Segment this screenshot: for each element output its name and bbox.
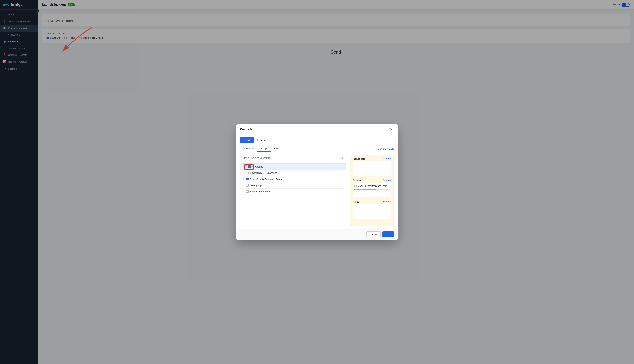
group-name-emergency: Emergency CL Response [250,172,277,174]
rules-remove-link[interactable]: Remove [383,200,391,203]
group-name-safety: Safety Department [250,190,270,193]
search-bar: 🔍 [240,155,346,161]
right-group-item-mack: Mack County Response Team [354,184,390,188]
group-checkbox-safety[interactable] [246,190,249,193]
right-individuals-section: Individuals Remove [353,158,391,176]
all-groups-checkbox[interactable] [248,165,251,168]
group-list-header: ⠿ All Groups [240,164,346,170]
modal-sub-tabs: Individuals Groups Rules Manage Contacts [236,143,398,152]
modal-title: Contacts [240,128,252,131]
main-area: Launch Incident Live Go Live Use a voice… [38,0,634,364]
right-individuals-title: Individuals Remove [353,158,391,160]
cancel-button[interactable]: Cancel [366,232,381,237]
tab-preview[interactable]: Preview [253,137,269,143]
drag-handle-icon: ⠿ [242,172,244,174]
sub-tab-individuals[interactable]: Individuals [240,146,257,152]
individuals-remove-link[interactable]: Remove [383,158,391,160]
modal-footer: Cancel OK [236,229,398,240]
drag-handle-icon: ⠿ [242,184,244,186]
scroll-thumb [354,189,376,190]
drag-handle-icon: ⠿ [242,190,244,193]
right-rules-section: Rules Remove [353,200,391,219]
modal-overlay: Contacts ✕ Select Preview Individuals Gr… [38,10,634,364]
contacts-modal: Contacts ✕ Select Preview Individuals Gr… [236,124,398,240]
modal-close-button[interactable]: ✕ [389,128,394,132]
group-header-label: All Groups [252,165,263,168]
drag-handle-icon: ⠿ [242,178,244,180]
right-groups-section: Groups Remove Mack County Response Team [353,179,391,198]
groups-remove-link[interactable]: Remove [383,179,391,182]
modal-header: Contacts ✕ [236,124,398,135]
group-row-emergency: ⠿ Emergency CL Response [240,170,346,176]
right-group-checkbox [355,185,357,187]
drag-handle-icon: ⠿ [242,166,244,168]
left-panel: 🔍 ⠿ [240,155,350,226]
right-panel: Individuals Remove Groups Remove [350,155,394,226]
group-row-new: ⠿ New group [240,182,346,188]
rules-box [353,204,391,219]
sub-tabs-left: Individuals Groups Rules [240,146,283,152]
search-icon: 🔍 [341,156,344,160]
individuals-box [353,161,391,176]
expand-checkbox-header[interactable] [244,165,247,168]
manage-contacts-link[interactable]: Manage Contacts [375,147,394,150]
group-list: ⠿ All Groups [240,164,346,195]
tab-select[interactable]: Select [240,137,253,143]
page-content: Use a voice recording MESSAGE TYPE: Stan… [38,10,634,364]
group-checkbox-mack[interactable] [246,178,249,180]
rules-label: Rules [353,200,359,203]
groups-label: Groups [353,179,361,182]
group-checkbox-new[interactable] [246,184,249,186]
group-name-mack: Mack County Response Team [250,178,282,180]
group-row-mack: ⠿ Mack County Response Team [240,176,346,182]
group-checkbox-emergency[interactable] [246,172,249,174]
sub-tab-groups[interactable]: Groups [257,146,271,152]
sub-tab-rules[interactable]: Rules [271,146,283,152]
groups-box: Mack County Response Team [353,183,391,198]
individuals-label: Individuals [353,158,365,160]
scroll-indicator [354,189,390,190]
right-group-name: Mack County Response Team [358,185,387,187]
ok-button[interactable]: OK [383,232,394,237]
right-rules-title: Rules Remove [353,200,391,203]
group-row-safety: ⠿ Safety Department [240,188,346,195]
right-groups-title: Groups Remove [353,179,391,182]
group-search-input[interactable] [240,155,339,161]
modal-body: 🔍 ⠿ [236,152,398,229]
search-button[interactable]: 🔍 [339,155,346,161]
group-name-new: New group [250,184,262,187]
